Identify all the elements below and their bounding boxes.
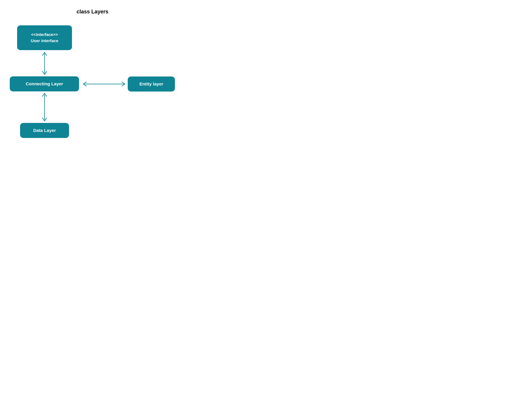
node-label: Connecting Layer [26,81,63,86]
node-stereotype: <<interface>> [31,32,58,38]
node-user-interface: <<interface>> User interface [17,25,72,50]
diagram-arrows [0,0,185,142]
node-label: Entity layer [139,82,163,86]
node-label: User interface [31,38,58,44]
arrow-connecting-entity [83,82,125,86]
node-label: Data Layer [33,128,56,133]
node-entity-layer: Entity layer [128,76,175,92]
arrow-connecting-data [42,93,47,121]
node-data-layer: Data Layer [20,123,69,138]
diagram-title: class Layers [0,8,185,15]
node-connecting-layer: Connecting Layer [10,76,79,91]
arrow-ui-connecting [42,52,47,75]
